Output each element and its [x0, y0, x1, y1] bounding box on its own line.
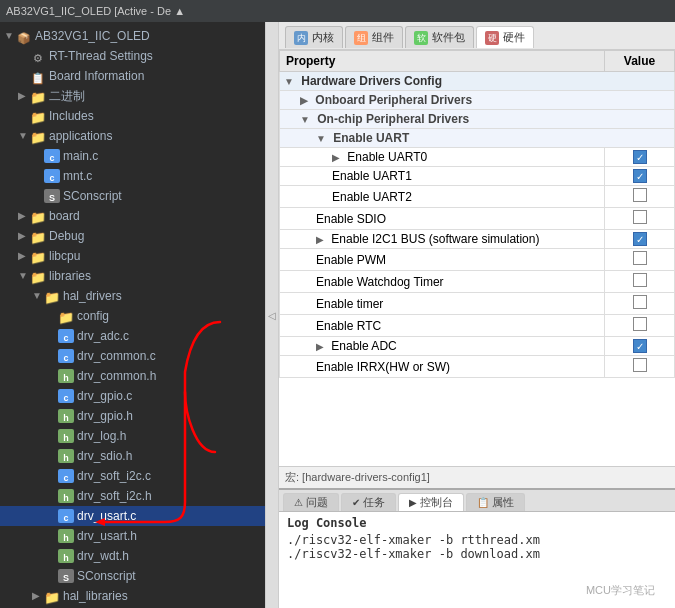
tree-item-drv-usart-c[interactable]: cdrv_usart.c [0, 506, 265, 526]
tab-package[interactable]: 软软件包 [405, 26, 474, 48]
tree-item-drv-usart-h[interactable]: hdrv_usart.h [0, 526, 265, 546]
tree-item-config[interactable]: 📁config [0, 306, 265, 326]
tree-label-drv-gpio-h: drv_gpio.h [77, 407, 133, 425]
log-line: ./riscv32-elf-xmaker -b rtthread.xm [287, 533, 667, 547]
tree-item-binary[interactable]: 📁二进制 [0, 86, 265, 106]
tree-label-config: config [77, 307, 109, 325]
tree-item-drv-common-h[interactable]: hdrv_common.h [0, 366, 265, 386]
config-row-10[interactable]: Enable Watchdog Timer [280, 271, 675, 293]
divider[interactable]: ◁ [265, 22, 279, 608]
config-row-9[interactable]: Enable PWM [280, 249, 675, 271]
tree-label-project-root: AB32VG1_IIC_OLED [35, 27, 150, 45]
tree-label-rt-thread-settings: RT-Thread Settings [49, 47, 153, 65]
tab-component[interactable]: 组组件 [345, 26, 403, 48]
tree-label-drv-usart-h: drv_usart.h [77, 527, 137, 545]
tree-item-drv-common-c[interactable]: cdrv_common.c [0, 346, 265, 366]
watermark: MCU学习笔记 [586, 583, 655, 598]
tree-item-drv-sdio-h[interactable]: hdrv_sdio.h [0, 446, 265, 466]
tree-item-mnt-c[interactable]: cmnt.c [0, 166, 265, 186]
tree-label-hal-libraries: hal_libraries [63, 587, 128, 605]
tab-kernel[interactable]: 内内核 [285, 26, 343, 48]
tree-label-mnt-c: mnt.c [63, 167, 92, 185]
tree-label-binary: 二进制 [49, 87, 85, 105]
tab-label-component: 组件 [372, 30, 394, 45]
tree-item-drv-gpio-h[interactable]: hdrv_gpio.h [0, 406, 265, 426]
tree-item-board[interactable]: 📁board [0, 206, 265, 226]
tree-label-drv-soft-i2c-c: drv_soft_i2c.c [77, 467, 151, 485]
tree-label-sconscript-hal: SConscript [77, 567, 136, 585]
config-row-5[interactable]: Enable UART1 ✓ [280, 167, 675, 186]
bottom-tab-console[interactable]: ▶控制台 [398, 493, 464, 511]
tree-item-rt-thread-settings[interactable]: ⚙RT-Thread Settings [0, 46, 265, 66]
config-row-14[interactable]: Enable IRRX(HW or SW) [280, 356, 675, 378]
bottom-tab-tasks[interactable]: ✔任务 [341, 493, 396, 511]
tree-label-hal-drivers: hal_drivers [63, 287, 122, 305]
tree-item-board-information[interactable]: 📋Board Information [0, 66, 265, 86]
project-title: AB32VG1_IIC_OLED [Active - De ▲ [6, 5, 185, 17]
tree-item-project-root[interactable]: 📦AB32VG1_IIC_OLED [0, 26, 265, 46]
config-row-1[interactable]: ▶ Onboard Peripheral Drivers [280, 91, 675, 110]
tree-item-hal-drivers[interactable]: 📁hal_drivers [0, 286, 265, 306]
tree-item-debug[interactable]: 📁Debug [0, 226, 265, 246]
tree-label-drv-common-c: drv_common.c [77, 347, 156, 365]
tab-label-hardware: 硬件 [503, 30, 525, 45]
bottom-tabs: ⚠问题✔任务▶控制台📋属性 [279, 490, 675, 512]
tree-item-drv-soft-i2c-c[interactable]: cdrv_soft_i2c.c [0, 466, 265, 486]
tree-item-sconscript-hal[interactable]: SSConscript [0, 566, 265, 586]
tree-item-drv-log-h[interactable]: hdrv_log.h [0, 426, 265, 446]
tree-item-drv-wdt-h[interactable]: hdrv_wdt.h [0, 546, 265, 566]
config-row-3[interactable]: ▼ Enable UART [280, 129, 675, 148]
tree-item-hal-libraries[interactable]: 📁hal_libraries [0, 586, 265, 606]
tree-item-drv-adc-c[interactable]: cdrv_adc.c [0, 326, 265, 346]
config-row-12[interactable]: Enable RTC [280, 315, 675, 337]
tree-label-includes: Includes [49, 107, 94, 125]
config-area: Property Value ▼ Hardware Drivers Config… [279, 50, 675, 488]
bottom-tab-properties[interactable]: 📋属性 [466, 493, 525, 511]
tree-label-drv-sdio-h: drv_sdio.h [77, 447, 132, 465]
tree-label-libraries: libraries [49, 267, 91, 285]
log-line: ./riscv32-elf-xmaker -b download.xm [287, 547, 667, 561]
tab-label-package: 软件包 [432, 30, 465, 45]
right-panel: 内内核组组件软软件包硬硬件 Property Value ▼ Hardware … [279, 22, 675, 608]
config-row-11[interactable]: Enable timer [280, 293, 675, 315]
config-row-6[interactable]: Enable UART2 [280, 186, 675, 208]
macro-bar: 宏: [hardware-drivers-config1] [279, 466, 675, 488]
tree-label-drv-adc-c: drv_adc.c [77, 327, 129, 345]
tree-label-sconscript-app: SConscript [63, 187, 122, 205]
tree-item-includes[interactable]: 📁Includes [0, 106, 265, 126]
config-row-13[interactable]: ▶ Enable ADC ✓ [280, 337, 675, 356]
col-value: Value [605, 51, 675, 72]
log-title: Log Console [287, 516, 667, 530]
tab-label-kernel: 内核 [312, 30, 334, 45]
tree-label-drv-soft-i2c-h: drv_soft_i2c.h [77, 487, 152, 505]
tree-label-libcpu: libcpu [49, 247, 80, 265]
tree-item-libraries[interactable]: 📁libraries [0, 266, 265, 286]
tree-label-board-information: Board Information [49, 67, 144, 85]
tree-label-drv-common-h: drv_common.h [77, 367, 156, 385]
tree-item-sconscript-app[interactable]: SSConscript [0, 186, 265, 206]
tree-label-drv-gpio-c: drv_gpio.c [77, 387, 132, 405]
tree-label-applications: applications [49, 127, 112, 145]
tree-item-main-c[interactable]: cmain.c [0, 146, 265, 166]
col-property: Property [280, 51, 605, 72]
file-tree: 📦AB32VG1_IIC_OLED⚙RT-Thread Settings📋Boa… [0, 22, 265, 608]
tree-label-board: board [49, 207, 80, 225]
tree-label-drv-usart-c: drv_usart.c [77, 507, 136, 525]
config-row-4[interactable]: ▶ Enable UART0 ✓ [280, 148, 675, 167]
tree-item-libcpu[interactable]: 📁libcpu [0, 246, 265, 266]
bottom-tab-problems[interactable]: ⚠问题 [283, 493, 339, 511]
config-row-2[interactable]: ▼ On-chip Peripheral Drivers [280, 110, 675, 129]
tree-label-main-c: main.c [63, 147, 98, 165]
config-row-0[interactable]: ▼ Hardware Drivers Config [280, 72, 675, 91]
tree-item-drv-soft-i2c-h[interactable]: hdrv_soft_i2c.h [0, 486, 265, 506]
config-row-7[interactable]: Enable SDIO [280, 208, 675, 230]
config-table: Property Value ▼ Hardware Drivers Config… [279, 50, 675, 466]
tree-label-debug: Debug [49, 227, 84, 245]
tab-hardware[interactable]: 硬硬件 [476, 26, 534, 48]
tree-item-drv-gpio-c[interactable]: cdrv_gpio.c [0, 386, 265, 406]
tab-bar: 内内核组组件软软件包硬硬件 [279, 22, 675, 50]
tree-label-drv-wdt-h: drv_wdt.h [77, 547, 129, 565]
config-row-8[interactable]: ▶ Enable I2C1 BUS (software simulation) … [280, 230, 675, 249]
tree-label-drv-log-h: drv_log.h [77, 427, 126, 445]
tree-item-applications[interactable]: 📁applications [0, 126, 265, 146]
